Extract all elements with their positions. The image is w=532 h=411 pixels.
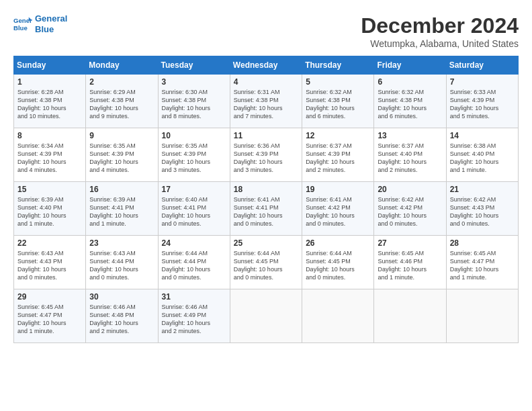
day-info: Sunrise: 6:30 AMSunset: 4:38 PMDaylight:… [162, 88, 226, 121]
day-info: Sunrise: 6:46 AMSunset: 4:49 PMDaylight:… [162, 303, 226, 336]
day-info: Sunrise: 6:32 AMSunset: 4:38 PMDaylight:… [378, 88, 442, 121]
header-day-thursday: Thursday [302, 56, 374, 75]
day-number: 20 [378, 185, 442, 194]
day-cell: 6Sunrise: 6:32 AMSunset: 4:38 PMDaylight… [374, 75, 446, 128]
day-info: Sunrise: 6:39 AMSunset: 4:41 PMDaylight:… [89, 195, 154, 228]
day-info: Sunrise: 6:46 AMSunset: 4:48 PMDaylight:… [89, 303, 154, 336]
day-number: 25 [234, 238, 298, 248]
location-title: Wetumpka, Alabama, United States [361, 38, 519, 49]
week-row-5: 29Sunrise: 6:45 AMSunset: 4:47 PMDayligh… [14, 289, 519, 343]
day-number: 30 [89, 292, 154, 302]
header-day-monday: Monday [86, 56, 158, 75]
day-info: Sunrise: 6:45 AMSunset: 4:47 PMDaylight:… [450, 249, 515, 282]
day-info: Sunrise: 6:44 AMSunset: 4:45 PMDaylight:… [234, 249, 298, 282]
day-number: 1 [17, 77, 82, 87]
day-number: 29 [17, 292, 82, 302]
day-number: 19 [306, 185, 370, 194]
day-cell: 12Sunrise: 6:37 AMSunset: 4:39 PMDayligh… [302, 128, 374, 182]
day-info: Sunrise: 6:31 AMSunset: 4:38 PMDaylight:… [234, 88, 298, 121]
day-number: 22 [17, 238, 82, 248]
day-number: 28 [450, 238, 515, 248]
day-info: Sunrise: 6:28 AMSunset: 4:38 PMDaylight:… [17, 88, 82, 121]
day-number: 7 [450, 77, 515, 87]
day-cell: 5Sunrise: 6:32 AMSunset: 4:38 PMDaylight… [302, 75, 374, 128]
day-number: 16 [89, 185, 154, 194]
week-row-3: 15Sunrise: 6:39 AMSunset: 4:40 PMDayligh… [14, 182, 519, 236]
day-number: 10 [162, 131, 226, 140]
day-number: 18 [234, 185, 298, 194]
day-cell [230, 289, 302, 343]
day-info: Sunrise: 6:29 AMSunset: 4:38 PMDaylight:… [89, 88, 154, 121]
logo-icon: General Blue [13, 15, 32, 34]
day-number: 17 [162, 185, 226, 194]
day-cell: 14Sunrise: 6:38 AMSunset: 4:40 PMDayligh… [446, 128, 518, 182]
day-cell: 27Sunrise: 6:45 AMSunset: 4:46 PMDayligh… [374, 236, 446, 289]
logo: General Blue GeneralBlue [13, 13, 67, 34]
calendar-table: SundayMondayTuesdayWednesdayThursdayFrid… [13, 56, 519, 343]
month-title: December 2024 [361, 13, 519, 38]
week-row-1: 1Sunrise: 6:28 AMSunset: 4:38 PMDaylight… [14, 75, 519, 128]
day-cell [374, 289, 446, 343]
day-number: 8 [17, 131, 82, 140]
day-number: 11 [234, 131, 298, 140]
day-cell: 26Sunrise: 6:44 AMSunset: 4:45 PMDayligh… [302, 236, 374, 289]
day-cell: 31Sunrise: 6:46 AMSunset: 4:49 PMDayligh… [158, 289, 230, 343]
day-number: 31 [162, 292, 226, 302]
day-info: Sunrise: 6:44 AMSunset: 4:44 PMDaylight:… [162, 249, 226, 282]
day-cell: 28Sunrise: 6:45 AMSunset: 4:47 PMDayligh… [446, 236, 518, 289]
day-info: Sunrise: 6:33 AMSunset: 4:39 PMDaylight:… [450, 88, 515, 121]
day-cell: 20Sunrise: 6:42 AMSunset: 4:42 PMDayligh… [374, 182, 446, 236]
day-cell [446, 289, 518, 343]
day-info: Sunrise: 6:43 AMSunset: 4:43 PMDaylight:… [17, 249, 82, 282]
day-cell: 24Sunrise: 6:44 AMSunset: 4:44 PMDayligh… [158, 236, 230, 289]
header-day-wednesday: Wednesday [230, 56, 302, 75]
day-cell: 4Sunrise: 6:31 AMSunset: 4:38 PMDaylight… [230, 75, 302, 128]
svg-text:Blue: Blue [13, 24, 28, 31]
day-number: 21 [450, 185, 515, 194]
day-info: Sunrise: 6:37 AMSunset: 4:39 PMDaylight:… [306, 142, 370, 175]
day-number: 23 [89, 238, 154, 248]
day-cell: 29Sunrise: 6:45 AMSunset: 4:47 PMDayligh… [14, 289, 86, 343]
day-number: 15 [17, 185, 82, 194]
logo-text: GeneralBlue [35, 13, 67, 34]
day-info: Sunrise: 6:39 AMSunset: 4:40 PMDaylight:… [17, 195, 82, 228]
day-cell: 2Sunrise: 6:29 AMSunset: 4:38 PMDaylight… [86, 75, 158, 128]
header-row: SundayMondayTuesdayWednesdayThursdayFrid… [14, 56, 519, 75]
day-cell: 3Sunrise: 6:30 AMSunset: 4:38 PMDaylight… [158, 75, 230, 128]
day-number: 13 [378, 131, 442, 140]
day-info: Sunrise: 6:32 AMSunset: 4:38 PMDaylight:… [306, 88, 370, 121]
day-number: 5 [306, 77, 370, 87]
day-number: 12 [306, 131, 370, 140]
day-info: Sunrise: 6:43 AMSunset: 4:44 PMDaylight:… [89, 249, 154, 282]
day-cell: 1Sunrise: 6:28 AMSunset: 4:38 PMDaylight… [14, 75, 86, 128]
day-number: 9 [89, 131, 154, 140]
day-info: Sunrise: 6:37 AMSunset: 4:40 PMDaylight:… [378, 142, 442, 175]
day-cell [302, 289, 374, 343]
day-info: Sunrise: 6:40 AMSunset: 4:41 PMDaylight:… [162, 195, 226, 228]
day-cell: 30Sunrise: 6:46 AMSunset: 4:48 PMDayligh… [86, 289, 158, 343]
day-cell: 8Sunrise: 6:34 AMSunset: 4:39 PMDaylight… [14, 128, 86, 182]
week-row-4: 22Sunrise: 6:43 AMSunset: 4:43 PMDayligh… [14, 236, 519, 289]
day-number: 4 [234, 77, 298, 87]
day-cell: 22Sunrise: 6:43 AMSunset: 4:43 PMDayligh… [14, 236, 86, 289]
day-info: Sunrise: 6:34 AMSunset: 4:39 PMDaylight:… [17, 142, 82, 175]
day-cell: 7Sunrise: 6:33 AMSunset: 4:39 PMDaylight… [446, 75, 518, 128]
week-row-2: 8Sunrise: 6:34 AMSunset: 4:39 PMDaylight… [14, 128, 519, 182]
day-cell: 13Sunrise: 6:37 AMSunset: 4:40 PMDayligh… [374, 128, 446, 182]
day-cell: 19Sunrise: 6:41 AMSunset: 4:42 PMDayligh… [302, 182, 374, 236]
day-cell: 11Sunrise: 6:36 AMSunset: 4:39 PMDayligh… [230, 128, 302, 182]
day-info: Sunrise: 6:42 AMSunset: 4:42 PMDaylight:… [378, 195, 442, 228]
day-cell: 9Sunrise: 6:35 AMSunset: 4:39 PMDaylight… [86, 128, 158, 182]
header-day-sunday: Sunday [14, 56, 86, 75]
day-cell: 21Sunrise: 6:42 AMSunset: 4:43 PMDayligh… [446, 182, 518, 236]
day-number: 3 [162, 77, 226, 87]
title-area: December 2024 Wetumpka, Alabama, United … [361, 13, 519, 49]
day-cell: 17Sunrise: 6:40 AMSunset: 4:41 PMDayligh… [158, 182, 230, 236]
day-info: Sunrise: 6:35 AMSunset: 4:39 PMDaylight:… [89, 142, 154, 175]
day-number: 14 [450, 131, 515, 140]
day-cell: 25Sunrise: 6:44 AMSunset: 4:45 PMDayligh… [230, 236, 302, 289]
header: General Blue GeneralBlue December 2024 W… [13, 13, 519, 49]
day-cell: 18Sunrise: 6:41 AMSunset: 4:41 PMDayligh… [230, 182, 302, 236]
day-info: Sunrise: 6:41 AMSunset: 4:41 PMDaylight:… [234, 195, 298, 228]
day-info: Sunrise: 6:45 AMSunset: 4:46 PMDaylight:… [378, 249, 442, 282]
